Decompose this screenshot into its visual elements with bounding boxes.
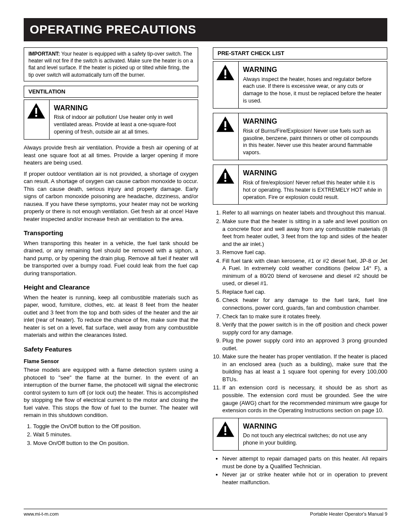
notice-important: IMPORTANT: Your heater is equipped with … <box>24 47 198 81</box>
warning-text-cell: WARNING Always inspect the heater, hoses… <box>239 62 387 109</box>
svg-point-5 <box>224 77 227 79</box>
warning-body: Risk of fire/explosion! Never refuel thi… <box>243 180 382 200</box>
prestart-warning-3: WARNING Risk of fire/explosion! Never re… <box>213 165 387 205</box>
prestart-warning-4: WARNING Do not touch any electrical swit… <box>213 418 387 451</box>
svg-point-2 <box>35 115 37 117</box>
prestart-warning-1: WARNING Always inspect the heater, hoses… <box>213 61 387 109</box>
step-item: Make sure the heater has proper ventilat… <box>222 353 387 383</box>
warning-head: WARNING <box>243 168 383 178</box>
alert-icon <box>216 64 235 81</box>
left-column: IMPORTANT: Your heater is equipped with … <box>24 47 198 490</box>
svg-rect-1 <box>35 108 37 114</box>
svg-rect-4 <box>224 69 226 75</box>
alert-icon <box>216 168 235 184</box>
warning-text-cell: WARNING Do not touch any electrical swit… <box>239 418 387 450</box>
prestart-title: PRE-START CHECK LIST <box>213 47 387 59</box>
footer-page: Portable Heater Operator's Manual 9 <box>310 511 387 517</box>
bullet-item: Never attempt to repair damaged parts on… <box>222 455 387 470</box>
flame-body: These models are equipped with a flame d… <box>24 366 198 419</box>
svg-point-11 <box>224 180 227 182</box>
warning-body: Risk of Burns/Fire/Explosion! Never use … <box>243 128 378 156</box>
ventilation-title: VENTILATION <box>24 86 198 98</box>
step-item: If an extension cord is necessary, it sh… <box>222 384 387 414</box>
warning-text-cell: WARNING Risk of indoor air pollution! Us… <box>50 100 198 139</box>
transport-heading: Transporting <box>24 229 198 237</box>
warning-text-cell: WARNING Risk of Burns/Fire/Explosion! Ne… <box>239 113 387 160</box>
alert-icon <box>27 103 46 119</box>
warning-head: WARNING <box>243 117 383 126</box>
repair-bullets: Never attempt to repair damaged parts on… <box>213 455 387 486</box>
prestart-steps: Refer to all warnings on heater labels a… <box>213 209 387 414</box>
step-item: Refer to all warnings on heater labels a… <box>222 209 387 217</box>
step-item: Check heater for any damage to the fuel … <box>222 296 387 311</box>
svg-point-8 <box>224 128 227 131</box>
svg-rect-7 <box>224 121 226 127</box>
step-item: Move On/Off button to the On position. <box>33 439 198 447</box>
ventilation-p1: Always provide fresh air ventilation. Pr… <box>24 144 198 167</box>
alert-cell <box>213 62 239 109</box>
step-item: Wait 5 minutes. <box>33 431 198 439</box>
flame-heading: Flame Sensor <box>24 358 198 365</box>
ventilation-warning: WARNING Risk of indoor air pollution! Us… <box>24 100 198 140</box>
step-item: Remove fuel cap. <box>222 249 387 256</box>
warning-body: Risk of indoor air pollution! Use heater… <box>54 114 176 135</box>
bullet-item: Never jar or strike heater while hot or … <box>222 471 387 486</box>
page-footer: www.mi-t-m.com Portable Heater Operator'… <box>24 509 387 517</box>
alert-cell <box>213 165 239 205</box>
footer-url: www.mi-t-m.com <box>24 511 59 517</box>
flame-steps: Toggle the On/Off button to the Off posi… <box>24 423 198 447</box>
alert-cell <box>213 418 239 450</box>
step-item: Replace fuel cap. <box>222 288 387 296</box>
prestart-warning-2: WARNING Risk of Burns/Fire/Explosion! Ne… <box>213 113 387 160</box>
alert-icon <box>216 421 235 438</box>
step-item: Verify that the power switch is in the o… <box>222 321 387 336</box>
warning-body: Always inspect the heater, hoses and reg… <box>243 76 382 104</box>
transport-body: When transporting this heater in a vehic… <box>24 240 198 277</box>
alert-icon <box>216 116 235 133</box>
height-body: When the heater is running, keep all com… <box>24 294 198 339</box>
right-column: PRE-START CHECK LIST WARNING Always insp… <box>213 47 387 490</box>
svg-rect-13 <box>224 426 226 432</box>
section-banner: OPERATING PRECAUTIONS <box>24 18 387 41</box>
ventilation-p2: If proper outdoor ventilation air is not… <box>24 170 198 223</box>
height-heading: Height and Clearance <box>24 283 198 292</box>
step-item: Plug the power supply cord into an appro… <box>222 337 387 352</box>
step-item: Check fan to make sure it rotates freely… <box>222 313 387 320</box>
warning-body: Do not touch any electrical switches; do… <box>243 432 367 446</box>
step-item: Fill fuel tank with clean kerosene, #1 o… <box>222 257 387 287</box>
warning-head: WARNING <box>243 65 383 75</box>
alert-cell <box>24 100 50 139</box>
warning-head: WARNING <box>54 103 193 113</box>
warning-text-cell: WARNING Risk of fire/explosion! Never re… <box>239 165 387 205</box>
step-item: Toggle the On/Off button to the Off posi… <box>33 423 198 430</box>
warning-head: WARNING <box>243 422 383 431</box>
alert-cell <box>213 113 239 160</box>
safety-heading: Safety Features <box>24 345 198 354</box>
step-item: Make sure that the heater is sitting in … <box>222 218 387 248</box>
svg-point-14 <box>224 433 227 435</box>
svg-rect-10 <box>224 173 226 179</box>
